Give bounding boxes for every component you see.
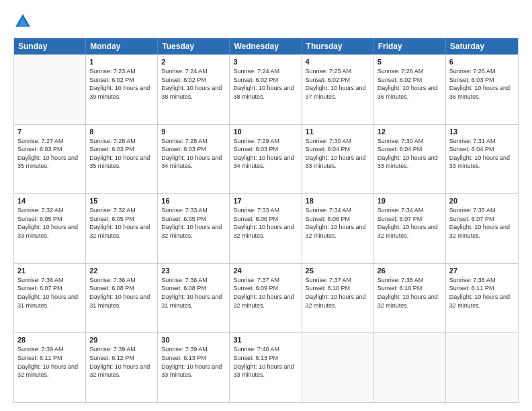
calendar-row-3: 14Sunrise: 7:32 AMSunset: 6:05 PMDayligh… [14, 193, 518, 263]
day-cell-28: 28Sunrise: 7:39 AMSunset: 6:11 PMDayligh… [14, 333, 86, 402]
day-number: 16 [161, 197, 226, 205]
day-cell-25: 25Sunrise: 7:37 AMSunset: 6:10 PMDayligh… [302, 264, 374, 333]
sunset-label: Sunset: 6:03 PM [89, 146, 134, 152]
day-number: 21 [17, 267, 82, 275]
daylight-label: Daylight: 10 hours and 33 minutes. [233, 363, 294, 379]
day-number: 26 [378, 267, 442, 275]
day-info: Sunrise: 7:38 AMSunset: 6:10 PMDaylight:… [378, 276, 442, 310]
day-cell-21: 21Sunrise: 7:36 AMSunset: 6:07 PMDayligh… [14, 264, 86, 333]
day-number: 22 [89, 267, 154, 275]
daylight-label: Daylight: 10 hours and 31 minutes. [161, 293, 222, 309]
day-number: 9 [161, 128, 226, 136]
day-number: 12 [378, 128, 442, 136]
day-info: Sunrise: 7:30 AMSunset: 6:04 PMDaylight:… [378, 137, 442, 171]
day-number: 11 [306, 128, 370, 136]
day-cell-17: 17Sunrise: 7:33 AMSunset: 6:06 PMDayligh… [230, 194, 302, 263]
day-info: Sunrise: 7:37 AMSunset: 6:09 PMDaylight:… [233, 276, 298, 310]
day-number: 8 [89, 128, 154, 136]
sunrise-label: Sunrise: 7:39 AM [161, 346, 208, 353]
day-info: Sunrise: 7:25 AMSunset: 6:02 PMDaylight:… [306, 67, 370, 101]
day-info: Sunrise: 7:29 AMSunset: 6:03 PMDaylight:… [233, 137, 298, 171]
sunrise-label: Sunrise: 7:37 AM [233, 277, 279, 283]
sunset-label: Sunset: 6:02 PM [233, 77, 278, 83]
day-cell-10: 10Sunrise: 7:29 AMSunset: 6:03 PMDayligh… [230, 125, 302, 194]
day-number: 2 [161, 58, 226, 66]
sunset-label: Sunset: 6:13 PM [161, 355, 206, 361]
day-number: 6 [449, 58, 515, 66]
day-cell-26: 26Sunrise: 7:38 AMSunset: 6:10 PMDayligh… [374, 264, 446, 333]
daylight-label: Daylight: 10 hours and 32 minutes. [89, 363, 150, 379]
day-number: 17 [233, 197, 298, 205]
day-cell-29: 29Sunrise: 7:39 AMSunset: 6:12 PMDayligh… [86, 333, 158, 402]
day-cell-4: 4Sunrise: 7:25 AMSunset: 6:02 PMDaylight… [302, 55, 374, 124]
daylight-label: Daylight: 10 hours and 34 minutes. [233, 154, 294, 170]
sunrise-label: Sunrise: 7:28 AM [89, 138, 136, 144]
sunset-label: Sunset: 6:05 PM [89, 216, 134, 222]
day-info: Sunrise: 7:40 AMSunset: 6:13 PMDaylight:… [233, 345, 298, 379]
sunset-label: Sunset: 6:10 PM [378, 285, 423, 291]
sunset-label: Sunset: 6:02 PM [89, 77, 134, 83]
daylight-label: Daylight: 10 hours and 32 minutes. [449, 293, 510, 309]
sunset-label: Sunset: 6:07 PM [378, 216, 423, 222]
day-cell-2: 2Sunrise: 7:24 AMSunset: 6:02 PMDaylight… [158, 55, 230, 124]
sunrise-label: Sunrise: 7:40 AM [233, 346, 279, 353]
day-info: Sunrise: 7:34 AMSunset: 6:06 PMDaylight:… [306, 206, 370, 240]
day-cell-11: 11Sunrise: 7:30 AMSunset: 6:04 PMDayligh… [302, 125, 374, 194]
weekday-header-thursday: Thursday [302, 38, 374, 54]
day-number: 20 [449, 197, 515, 205]
day-info: Sunrise: 7:38 AMSunset: 6:11 PMDaylight:… [449, 276, 515, 310]
sunset-label: Sunset: 6:08 PM [89, 285, 134, 291]
day-number: 1 [89, 58, 154, 66]
sunset-label: Sunset: 6:05 PM [161, 216, 206, 222]
day-cell-12: 12Sunrise: 7:30 AMSunset: 6:04 PMDayligh… [374, 125, 446, 194]
day-cell-8: 8Sunrise: 7:28 AMSunset: 6:03 PMDaylight… [86, 125, 158, 194]
day-info: Sunrise: 7:32 AMSunset: 6:05 PMDaylight:… [89, 206, 154, 240]
sunset-label: Sunset: 6:12 PM [89, 355, 134, 361]
day-cell-18: 18Sunrise: 7:34 AMSunset: 6:06 PMDayligh… [302, 194, 374, 263]
header [13, 12, 519, 31]
sunrise-label: Sunrise: 7:27 AM [17, 138, 64, 144]
sunset-label: Sunset: 6:03 PM [233, 146, 278, 152]
day-number: 30 [161, 336, 226, 344]
day-number: 28 [17, 336, 82, 344]
day-info: Sunrise: 7:23 AMSunset: 6:02 PMDaylight:… [89, 67, 154, 101]
sunrise-label: Sunrise: 7:29 AM [233, 138, 279, 144]
logo [13, 12, 35, 31]
day-number: 24 [233, 267, 298, 275]
empty-cell [14, 55, 86, 124]
daylight-label: Daylight: 10 hours and 33 minutes. [17, 224, 78, 239]
sunrise-label: Sunrise: 7:34 AM [378, 207, 424, 214]
daylight-label: Daylight: 10 hours and 32 minutes. [378, 224, 438, 239]
weekday-header-saturday: Saturday [446, 38, 518, 54]
sunset-label: Sunset: 6:06 PM [306, 216, 351, 222]
sunset-label: Sunset: 6:10 PM [306, 285, 351, 291]
daylight-label: Daylight: 10 hours and 37 minutes. [306, 85, 366, 100]
sunrise-label: Sunrise: 7:39 AM [17, 346, 64, 353]
daylight-label: Daylight: 10 hours and 39 minutes. [89, 85, 150, 100]
sunset-label: Sunset: 6:02 PM [161, 77, 206, 83]
day-info: Sunrise: 7:24 AMSunset: 6:02 PMDaylight:… [233, 67, 298, 101]
weekday-header-friday: Friday [374, 38, 446, 54]
sunrise-label: Sunrise: 7:28 AM [161, 138, 208, 144]
sunrise-label: Sunrise: 7:23 AM [89, 68, 136, 75]
day-info: Sunrise: 7:36 AMSunset: 6:08 PMDaylight:… [161, 276, 226, 310]
sunset-label: Sunset: 6:07 PM [17, 285, 62, 291]
day-number: 23 [161, 267, 226, 275]
day-cell-1: 1Sunrise: 7:23 AMSunset: 6:02 PMDaylight… [86, 55, 158, 124]
day-info: Sunrise: 7:34 AMSunset: 6:07 PMDaylight:… [378, 206, 442, 240]
daylight-label: Daylight: 10 hours and 33 minutes. [378, 154, 438, 170]
daylight-label: Daylight: 10 hours and 35 minutes. [89, 154, 150, 170]
day-cell-19: 19Sunrise: 7:34 AMSunset: 6:07 PMDayligh… [374, 194, 446, 263]
day-info: Sunrise: 7:33 AMSunset: 6:05 PMDaylight:… [161, 206, 226, 240]
sunrise-label: Sunrise: 7:32 AM [89, 207, 136, 214]
day-cell-3: 3Sunrise: 7:24 AMSunset: 6:02 PMDaylight… [230, 55, 302, 124]
sunset-label: Sunset: 6:06 PM [233, 216, 278, 222]
day-cell-27: 27Sunrise: 7:38 AMSunset: 6:11 PMDayligh… [446, 264, 518, 333]
sunrise-label: Sunrise: 7:24 AM [161, 68, 208, 75]
daylight-label: Daylight: 10 hours and 31 minutes. [17, 293, 78, 309]
day-number: 19 [378, 197, 442, 205]
daylight-label: Daylight: 10 hours and 38 minutes. [161, 85, 222, 100]
day-info: Sunrise: 7:35 AMSunset: 6:07 PMDaylight:… [449, 206, 515, 240]
day-info: Sunrise: 7:39 AMSunset: 6:13 PMDaylight:… [161, 345, 226, 379]
daylight-label: Daylight: 10 hours and 38 minutes. [233, 85, 294, 100]
